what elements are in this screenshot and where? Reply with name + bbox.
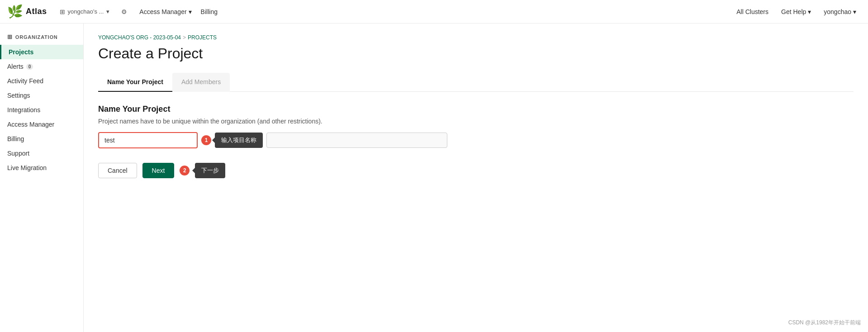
get-help-link[interactable]: Get Help ▾: [777, 6, 816, 17]
sidebar-item-integrations-label: Integrations: [7, 106, 40, 114]
org-selector[interactable]: ⊞ yongchao's ... ▾: [56, 6, 114, 17]
sidebar-item-alerts-label: Alerts: [7, 63, 24, 70]
project-name-input-row: 1 输入项目名称: [98, 132, 854, 148]
access-manager-chevron-icon: ▾: [189, 8, 192, 15]
page-title: Create a Project: [98, 45, 854, 62]
next-tooltip: 下一步: [195, 163, 225, 178]
sidebar-item-settings[interactable]: Settings: [0, 88, 83, 103]
project-name-input[interactable]: [98, 132, 198, 148]
sidebar-item-alerts[interactable]: Alerts 0: [0, 59, 83, 74]
access-manager-nav-link[interactable]: Access Manager ▾: [135, 6, 196, 17]
sidebar: ⊞ ORGANIZATION Projects Alerts 0 Activit…: [0, 24, 84, 332]
sidebar-item-activity-feed[interactable]: Activity Feed: [0, 74, 83, 88]
gear-button[interactable]: ⚙: [117, 5, 131, 19]
sidebar-item-projects[interactable]: Projects: [0, 45, 83, 59]
breadcrumb-projects: PROJECTS: [188, 34, 217, 41]
tab-add-members-label: Add Members: [181, 78, 221, 85]
logo-area[interactable]: 🌿 Atlas: [7, 5, 47, 18]
sidebar-item-projects-label: Projects: [9, 48, 33, 56]
tab-name-project-label: Name Your Project: [107, 78, 163, 85]
sidebar-item-support[interactable]: Support: [0, 146, 83, 161]
form-section-title: Name Your Project: [98, 104, 854, 114]
breadcrumb: YONGCHAO'S ORG - 2023-05-04 > PROJECTS: [98, 34, 854, 41]
footer-text: CSDN @从1982年开始干前端: [788, 319, 861, 326]
get-help-label: Get Help: [781, 8, 806, 15]
top-nav: 🌿 Atlas ⊞ yongchao's ... ▾ ⚙ Access Mana…: [0, 0, 868, 24]
secondary-project-input[interactable]: [266, 133, 447, 148]
sidebar-item-billing[interactable]: Billing: [0, 132, 83, 146]
next-button[interactable]: Next: [142, 163, 175, 178]
billing-nav-label: Billing: [201, 8, 218, 15]
sidebar-item-access-manager-label: Access Manager: [7, 121, 54, 128]
access-manager-nav-label: Access Manager: [139, 8, 186, 15]
sidebar-item-billing-label: Billing: [7, 135, 24, 142]
gear-icon: ⚙: [121, 8, 127, 15]
sidebar-section-text: ORGANIZATION: [15, 34, 58, 40]
form-actions: Cancel Next 2 下一步: [98, 163, 854, 178]
step-badge-2: 2: [180, 166, 190, 175]
main-layout: ⊞ ORGANIZATION Projects Alerts 0 Activit…: [0, 24, 868, 332]
grid-icon: ⊞: [60, 8, 65, 15]
tab-add-members[interactable]: Add Members: [172, 73, 230, 92]
sidebar-grid-icon: ⊞: [7, 33, 13, 40]
user-chevron-icon: ▾: [853, 8, 856, 15]
sidebar-item-integrations[interactable]: Integrations: [0, 103, 83, 117]
input-tooltip-text: 输入项目名称: [221, 137, 256, 143]
billing-nav-link[interactable]: Billing: [196, 6, 222, 17]
sidebar-item-support-label: Support: [7, 150, 29, 157]
footer: CSDN @从1982年开始干前端: [788, 319, 861, 327]
sidebar-item-settings-label: Settings: [7, 92, 30, 99]
tab-bar: Name Your Project Add Members: [98, 73, 854, 92]
logo-text: Atlas: [26, 7, 47, 16]
tab-name-project[interactable]: Name Your Project: [98, 73, 172, 92]
all-clusters-link[interactable]: All Clusters: [732, 6, 773, 17]
org-chevron-icon: ▾: [106, 8, 109, 15]
all-clusters-label: All Clusters: [736, 8, 768, 15]
sidebar-item-access-manager[interactable]: Access Manager: [0, 117, 83, 132]
sidebar-item-live-migration-label: Live Migration: [7, 164, 47, 171]
get-help-chevron-icon: ▾: [808, 8, 811, 15]
input-tooltip: 输入项目名称: [215, 133, 263, 148]
user-name-label: yongchao: [824, 8, 851, 15]
sidebar-item-activity-feed-label: Activity Feed: [7, 77, 43, 85]
next-tooltip-text: 下一步: [201, 167, 219, 174]
breadcrumb-sep1: >: [183, 34, 186, 41]
nav-right: All Clusters Get Help ▾ yongchao ▾: [732, 6, 861, 17]
alerts-badge: 0: [26, 64, 33, 70]
sidebar-item-live-migration[interactable]: Live Migration: [0, 161, 83, 175]
breadcrumb-org: YONGCHAO'S ORG - 2023-05-04: [98, 34, 181, 41]
atlas-logo-icon: 🌿: [7, 5, 23, 18]
sidebar-section-label: ⊞ ORGANIZATION: [0, 31, 83, 43]
main-content: YONGCHAO'S ORG - 2023-05-04 > PROJECTS C…: [84, 24, 868, 332]
org-selector-label: yongchao's ...: [68, 8, 104, 15]
form-section-desc: Project names have to be unique within t…: [98, 118, 854, 125]
cancel-button[interactable]: Cancel: [98, 163, 137, 178]
step-badge-1: 1: [201, 135, 211, 145]
user-menu[interactable]: yongchao ▾: [819, 6, 861, 17]
